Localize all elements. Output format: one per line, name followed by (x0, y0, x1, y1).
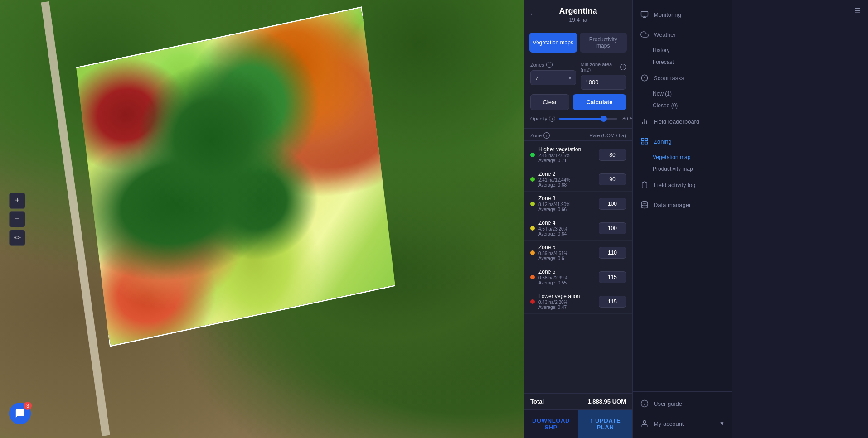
sidebar-item-weather[interactable]: Weather (633, 24, 732, 44)
map-controls: + − ✏ (9, 193, 25, 246)
zone-rate-input[interactable] (599, 173, 626, 185)
total-row: Total 1,888.95 UOM (524, 393, 632, 409)
chat-bubble[interactable]: 3 (9, 403, 31, 424)
zones-list: Higher vegetation 2.45 ha/12.65%Average:… (524, 141, 632, 393)
min-zone-label: Min zone area (m2) i (581, 62, 626, 72)
draw-button[interactable]: ✏ (9, 230, 25, 246)
sidebar-item-scout-tasks[interactable]: Scout tasks (633, 68, 732, 88)
sidebar-item-user-guide[interactable]: User guide (633, 394, 732, 414)
zone-details: 2.45 ha/12.65%Average: 0.71 (538, 153, 599, 163)
forecast-label: Forecast (653, 59, 674, 65)
zone-col-info-icon: i (543, 132, 550, 139)
total-value: 1,888.95 UOM (587, 398, 626, 405)
sidebar-item-closed[interactable]: Closed (0) (633, 100, 732, 111)
sidebar-item-history[interactable]: History (633, 44, 732, 56)
zone-details: 2.41 ha/12.44%Average: 0.68 (538, 178, 599, 188)
zones-select[interactable]: 7 1 2 3 4 5 6 8 9 10 (530, 70, 576, 85)
zone-dot (530, 226, 535, 231)
vegetation-map-label: Vegetation map (653, 154, 690, 160)
right-panel: ← Argentina 19.4 ha Vegetation maps Prod… (524, 0, 868, 438)
zone-name: Zone 4 (538, 220, 599, 226)
zone-dot (530, 177, 535, 182)
nav-divider (633, 391, 732, 392)
sidebar-item-productivity-map[interactable]: Productivity map (633, 163, 732, 175)
bottom-buttons: DOWNLOAD SHP ↑ UPDATE PLAN (524, 409, 632, 438)
sidebar-item-vegetation-map[interactable]: Vegetation map (633, 151, 732, 163)
info-icon (640, 399, 649, 408)
zone-table-header: Zone i Rate (UOM / ha) (524, 129, 632, 141)
zone-row: Zone 6 0.58 ha/2.99%Average: 0.55 (524, 265, 632, 289)
vegetation-maps-tab[interactable]: Vegetation maps (529, 33, 577, 53)
zoning-label: Zoning (654, 138, 672, 145)
chat-icon (15, 409, 25, 419)
zone-name: Zone 3 (538, 195, 599, 202)
sidebar-item-data-manager[interactable]: Data manager (633, 195, 732, 215)
update-plan-button[interactable]: ↑ UPDATE PLAN (578, 410, 632, 438)
zones-control-group: Zones i 7 1 2 3 4 5 6 8 9 (530, 62, 576, 90)
map-satellite (0, 0, 524, 438)
flag-icon (640, 73, 649, 82)
panel-header: ← Argentina 19.4 ha (524, 0, 632, 28)
action-row: Clear Calculate (530, 94, 626, 110)
zone-name: Zone 5 (538, 244, 599, 250)
zone-col-label: Zone i (530, 132, 550, 139)
database-icon (640, 200, 649, 209)
calculate-button[interactable]: Calculate (573, 94, 626, 110)
field-activity-log-label: Field activity log (654, 182, 695, 188)
user-icon (640, 419, 649, 428)
field-overlay (51, 6, 420, 347)
monitoring-label: Monitoring (654, 11, 681, 18)
clear-button[interactable]: Clear (530, 94, 569, 110)
sidebar-item-field-leaderboard[interactable]: Field leaderboard (633, 111, 732, 131)
zone-details: 4.5 ha/23.20%Average: 0.64 (538, 226, 599, 236)
productivity-maps-tab[interactable]: Productivity maps (580, 33, 627, 53)
zone-rate-input[interactable] (599, 271, 626, 283)
sidebar-item-monitoring[interactable]: Monitoring (633, 5, 732, 24)
sidebar-item-field-activity-log[interactable]: Field activity log (633, 175, 732, 195)
svg-rect-7 (641, 142, 644, 144)
account-chevron: ▼ (719, 420, 725, 427)
zone-dot (530, 299, 535, 304)
sidebar-item-new[interactable]: New (1) (633, 88, 732, 100)
sidebar-item-my-account[interactable]: My account ▼ (633, 414, 732, 433)
opacity-slider[interactable] (559, 118, 617, 120)
zone-name: Higher vegetation (538, 146, 599, 153)
zone-dot (530, 202, 535, 206)
zone-row: Zone 3 8.12 ha/41.90%Average: 0.66 (524, 192, 632, 216)
opacity-info-icon: i (549, 116, 555, 122)
min-zone-control-group: Min zone area (m2) i (581, 62, 626, 90)
zone-rate-input[interactable] (599, 296, 626, 308)
zone-rate-input[interactable] (599, 198, 626, 210)
hamburger-menu[interactable]: ☰ (854, 6, 861, 15)
center-panel: ← Argentina 19.4 ha Vegetation maps Prod… (524, 0, 632, 438)
zoom-in-button[interactable]: + (9, 193, 25, 209)
map-area[interactable]: + − ✏ 3 (0, 0, 524, 438)
download-shp-button[interactable]: DOWNLOAD SHP (524, 410, 578, 438)
zone-row: Higher vegetation 2.45 ha/12.65%Average:… (524, 143, 632, 167)
svg-point-13 (643, 420, 646, 423)
svg-point-9 (641, 202, 648, 204)
zone-dot (530, 275, 535, 279)
clipboard-icon (640, 180, 649, 189)
tab-row: Vegetation maps Productivity maps (524, 28, 632, 57)
sidebar-item-forecast[interactable]: Forecast (633, 56, 732, 68)
zone-info: Zone 3 8.12 ha/41.90%Average: 0.66 (538, 195, 599, 212)
sidebar-item-zoning[interactable]: Zoning (633, 131, 732, 151)
zoom-out-button[interactable]: − (9, 211, 25, 227)
zone-info: Zone 4 4.5 ha/23.20%Average: 0.64 (538, 220, 599, 236)
zone-info: Higher vegetation 2.45 ha/12.65%Average:… (538, 146, 599, 163)
new-label: New (1) (653, 91, 672, 97)
zone-dot (530, 153, 535, 157)
zone-rate-input[interactable] (599, 247, 626, 259)
back-button[interactable]: ← (529, 10, 537, 18)
panel-subtitle: 19.4 ha (531, 17, 625, 23)
zones-select-wrapper: 7 1 2 3 4 5 6 8 9 10 ▼ (530, 70, 576, 85)
grid-icon (640, 137, 649, 146)
zone-row: Zone 4 4.5 ha/23.20%Average: 0.64 (524, 216, 632, 241)
min-zone-input[interactable] (581, 75, 626, 90)
zone-rate-input[interactable] (599, 222, 626, 234)
zone-row: Zone 5 0.89 ha/4.61%Average: 0.6 (524, 241, 632, 265)
zone-details: 0.58 ha/2.99%Average: 0.55 (538, 275, 599, 285)
zones-info-icon: i (546, 62, 553, 68)
zone-rate-input[interactable] (599, 149, 626, 161)
